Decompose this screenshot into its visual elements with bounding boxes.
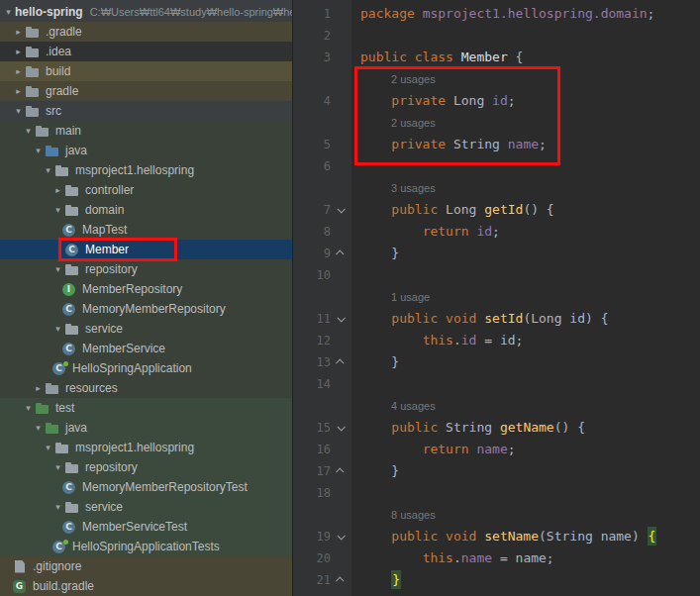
tree-item-resources[interactable]: ▸resources bbox=[0, 378, 292, 398]
gutter[interactable]: 21 bbox=[293, 569, 352, 591]
usages-hint-row[interactable]: 1 usage bbox=[293, 286, 700, 308]
tree-item-memberservicetest[interactable]: MemberServiceTest bbox=[0, 517, 292, 537]
gutter[interactable]: 11 bbox=[293, 308, 352, 330]
editor-line[interactable]: 18 bbox=[293, 482, 700, 504]
usages-hint[interactable]: 1 usage bbox=[352, 291, 430, 303]
fold-up-icon[interactable] bbox=[331, 359, 350, 365]
chevron-right-icon[interactable]: ▸ bbox=[12, 86, 25, 96]
gutter[interactable]: 3 bbox=[293, 47, 352, 68]
editor-line[interactable]: 6 bbox=[293, 155, 700, 177]
gutter[interactable]: 14 bbox=[293, 373, 352, 395]
editor-line[interactable]: 1package msproject1.hellospring.domain; bbox=[293, 3, 700, 25]
chevron-down-icon[interactable]: ▾ bbox=[22, 403, 35, 413]
editor-line[interactable]: 9 } bbox=[293, 243, 700, 264]
tree-item-member[interactable]: Member bbox=[0, 240, 292, 259]
chevron-down-icon[interactable]: ▾ bbox=[42, 443, 54, 452]
usages-hint-row[interactable]: 2 usages bbox=[293, 112, 700, 134]
editor-line[interactable]: 10 bbox=[293, 264, 700, 286]
tree-item-maptest[interactable]: MapTest bbox=[0, 220, 292, 240]
tree-item-service[interactable]: ▾service bbox=[0, 319, 292, 339]
editor-line[interactable]: 11 public void setId(Long id) { bbox=[293, 308, 700, 330]
editor-line[interactable]: 16 return name; bbox=[293, 439, 700, 460]
tree-item-gradle[interactable]: ▸.gradle bbox=[0, 22, 292, 42]
tree-item-memorymemberrepositorytest[interactable]: MemoryMemberRepositoryTest bbox=[0, 477, 292, 497]
editor-line[interactable]: 2 bbox=[293, 25, 700, 47]
fold-up-icon[interactable] bbox=[331, 577, 350, 583]
tree-item-domain[interactable]: ▾domain bbox=[0, 200, 292, 220]
fold-down-icon[interactable] bbox=[331, 207, 350, 213]
gutter[interactable]: 8 bbox=[293, 221, 352, 243]
chevron-down-icon[interactable]: ▾ bbox=[51, 205, 64, 215]
fold-up-icon[interactable] bbox=[331, 250, 350, 256]
chevron-down-icon[interactable]: ▾ bbox=[32, 146, 45, 155]
tree-item-java[interactable]: ▾java bbox=[0, 418, 292, 438]
gutter[interactable]: 7 bbox=[293, 199, 352, 221]
tree-item-memorymemberrepository[interactable]: MemoryMemberRepository bbox=[0, 299, 292, 319]
editor-line[interactable]: 12 this.id = id; bbox=[293, 330, 700, 351]
tree-item-msproject1-hellospring[interactable]: ▾msproject1.hellospring bbox=[0, 438, 292, 457]
gutter[interactable]: 5 bbox=[293, 134, 352, 155]
gutter[interactable]: 10 bbox=[293, 264, 352, 286]
editor-line[interactable]: 21 } bbox=[293, 569, 700, 591]
tree-item-service[interactable]: ▾service bbox=[0, 497, 292, 517]
usages-hint-row[interactable]: 4 usages bbox=[293, 395, 700, 417]
chevron-down-icon[interactable]: ▾ bbox=[22, 126, 35, 136]
chevron-down-icon[interactable]: ▾ bbox=[32, 423, 45, 433]
tree-item-hello-spring[interactable]: ▾hello-springC:₩Users₩ttl64₩study₩hello-… bbox=[0, 2, 292, 22]
gutter[interactable]: 19 bbox=[293, 526, 352, 547]
tree-item-memberrepository[interactable]: MemberRepository bbox=[0, 279, 292, 299]
tree-item-build-gradle[interactable]: build.gradle bbox=[0, 576, 292, 596]
tree-item-java[interactable]: ▾java bbox=[0, 141, 292, 160]
editor-line[interactable]: 13 } bbox=[293, 351, 700, 373]
chevron-down-icon[interactable]: ▾ bbox=[42, 165, 54, 175]
chevron-right-icon[interactable]: ▸ bbox=[12, 47, 25, 56]
fold-down-icon[interactable] bbox=[331, 316, 350, 322]
gutter[interactable]: 13 bbox=[293, 351, 352, 373]
editor-line[interactable]: 5 private String name; bbox=[293, 134, 700, 155]
chevron-down-icon[interactable]: ▾ bbox=[51, 502, 64, 512]
chevron-right-icon[interactable]: ▸ bbox=[51, 185, 64, 195]
usages-hint[interactable]: 2 usages bbox=[352, 117, 436, 129]
chevron-down-icon[interactable]: ▾ bbox=[51, 324, 64, 334]
fold-down-icon[interactable] bbox=[331, 534, 350, 540]
editor-line[interactable]: 3public class Member { bbox=[293, 47, 700, 68]
fold-up-icon[interactable] bbox=[331, 468, 350, 474]
usages-hint-row[interactable]: 8 usages bbox=[293, 504, 700, 526]
usages-hint[interactable]: 3 usages bbox=[352, 182, 436, 194]
gutter[interactable]: 15 bbox=[293, 417, 352, 439]
tree-item-build[interactable]: ▸build bbox=[0, 61, 292, 81]
tree-item-main[interactable]: ▾main bbox=[0, 121, 292, 141]
gutter[interactable] bbox=[293, 112, 352, 134]
tree-item-gradle[interactable]: ▸gradle bbox=[0, 81, 292, 101]
editor-line[interactable]: 20 this.name = name; bbox=[293, 547, 700, 569]
fold-down-icon[interactable] bbox=[331, 425, 350, 431]
chevron-down-icon[interactable]: ▾ bbox=[2, 7, 15, 17]
chevron-down-icon[interactable]: ▾ bbox=[51, 264, 64, 274]
tree-item-idea[interactable]: ▸.idea bbox=[0, 42, 292, 61]
usages-hint-row[interactable]: 3 usages bbox=[293, 177, 700, 199]
editor-line[interactable]: 4 private Long id; bbox=[293, 90, 700, 112]
tree-item-memberservice[interactable]: MemberService bbox=[0, 339, 292, 358]
tree-item-repository[interactable]: ▾repository bbox=[0, 259, 292, 279]
editor-line[interactable]: 8 return id; bbox=[293, 221, 700, 243]
chevron-right-icon[interactable]: ▸ bbox=[32, 383, 45, 393]
gutter[interactable]: 17 bbox=[293, 460, 352, 482]
editor-line[interactable]: 14 bbox=[293, 373, 700, 395]
gutter[interactable]: 2 bbox=[293, 25, 352, 47]
gutter[interactable]: 4 bbox=[293, 90, 352, 112]
gutter[interactable]: 16 bbox=[293, 439, 352, 460]
chevron-down-icon[interactable]: ▾ bbox=[51, 462, 64, 472]
tree-item-hellospringapplication[interactable]: HelloSpringApplication bbox=[0, 358, 292, 378]
tree-item-repository[interactable]: ▾repository bbox=[0, 457, 292, 477]
editor-line[interactable]: 15 public String getName() { bbox=[293, 417, 700, 439]
gutter[interactable]: 1 bbox=[293, 3, 352, 25]
gutter[interactable] bbox=[293, 395, 352, 417]
gutter[interactable]: 18 bbox=[293, 482, 352, 504]
usages-hint[interactable]: 2 usages bbox=[352, 73, 436, 85]
chevron-down-icon[interactable]: ▾ bbox=[12, 106, 25, 116]
editor-panel[interactable]: 1package msproject1.hellospring.domain;2… bbox=[293, 0, 700, 596]
gutter[interactable] bbox=[293, 504, 352, 526]
gutter[interactable]: 20 bbox=[293, 547, 352, 569]
usages-hint[interactable]: 8 usages bbox=[352, 509, 436, 521]
gutter[interactable]: 6 bbox=[293, 155, 352, 177]
